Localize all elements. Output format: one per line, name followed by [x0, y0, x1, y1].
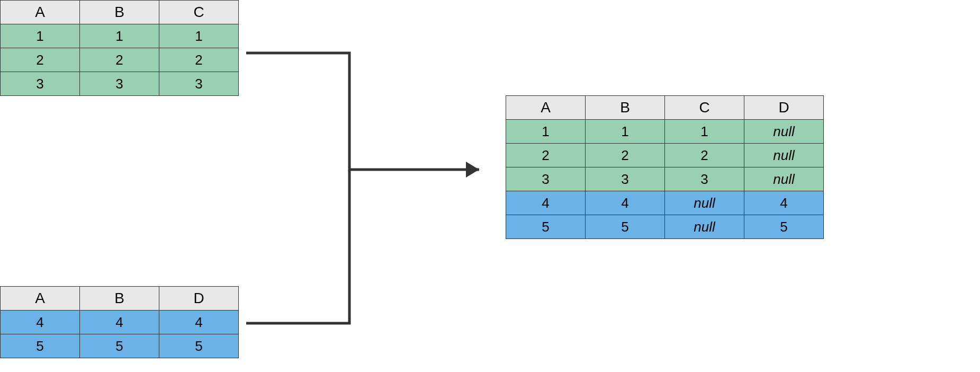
table-cell-null: null — [665, 191, 744, 215]
table-cell: 5 — [744, 215, 824, 239]
table-header-row: A B C D — [506, 96, 824, 120]
table-row: 5 5 5 — [1, 334, 239, 358]
table-cell-null: null — [665, 215, 744, 239]
output-table: A B C D 1 1 1 null 2 2 2 null 3 3 3 — [506, 95, 824, 239]
table-row: 2 2 2 — [1, 48, 239, 72]
col-header: D — [159, 287, 239, 311]
table-cell: 1 — [80, 24, 159, 48]
col-header: B — [80, 287, 159, 311]
table-row: 5 5 null 5 — [506, 215, 824, 239]
table-row: 2 2 2 null — [506, 144, 824, 167]
col-header: B — [586, 96, 665, 120]
table-cell: 2 — [665, 144, 744, 167]
col-header: C — [159, 1, 239, 24]
input-table-1: A B C 1 1 1 2 2 2 3 3 3 — [0, 0, 239, 96]
table-cell: 5 — [159, 334, 239, 358]
col-header: A — [1, 287, 80, 311]
table-cell: 3 — [1, 72, 80, 96]
table-cell: 5 — [586, 215, 665, 239]
table-cell: 5 — [80, 334, 159, 358]
table-row: 4 4 null 4 — [506, 191, 824, 215]
table-row: 3 3 3 — [1, 72, 239, 96]
table-cell: 2 — [80, 48, 159, 72]
col-header: A — [506, 96, 586, 120]
table-cell: 4 — [506, 191, 586, 215]
arrow-head-icon — [466, 162, 479, 178]
table-cell: 2 — [586, 144, 665, 167]
table-row: 1 1 1 null — [506, 120, 824, 144]
table-cell: 5 — [1, 334, 80, 358]
table-header-row: A B C — [1, 1, 239, 24]
table-cell: 3 — [586, 167, 665, 191]
table-cell: 1 — [586, 120, 665, 144]
table-cell-null: null — [744, 167, 824, 191]
table-cell: 1 — [506, 120, 586, 144]
table-cell: 3 — [80, 72, 159, 96]
table-cell-null: null — [744, 120, 824, 144]
col-header: B — [80, 1, 159, 24]
table-header-row: A B D — [1, 287, 239, 311]
col-header: A — [1, 1, 80, 24]
table-row: 3 3 3 null — [506, 167, 824, 191]
table-cell: 2 — [1, 48, 80, 72]
col-header: D — [744, 96, 824, 120]
table-cell: 4 — [80, 311, 159, 334]
table-cell: 4 — [744, 191, 824, 215]
merge-arrow-connector — [246, 48, 498, 329]
table-cell: 1 — [665, 120, 744, 144]
table-cell: 2 — [506, 144, 586, 167]
table-row: 4 4 4 — [1, 311, 239, 334]
table-cell: 3 — [159, 72, 239, 96]
input-table-2: A B D 4 4 4 5 5 5 — [0, 286, 239, 358]
table-cell: 3 — [506, 167, 586, 191]
table-cell: 4 — [586, 191, 665, 215]
table-cell: 1 — [159, 24, 239, 48]
table-cell: 2 — [159, 48, 239, 72]
table-cell: 3 — [665, 167, 744, 191]
table-cell-null: null — [744, 144, 824, 167]
table-cell: 5 — [506, 215, 586, 239]
col-header: C — [665, 96, 744, 120]
table-cell: 4 — [159, 311, 239, 334]
table-cell: 4 — [1, 311, 80, 334]
table-row: 1 1 1 — [1, 24, 239, 48]
table-cell: 1 — [1, 24, 80, 48]
